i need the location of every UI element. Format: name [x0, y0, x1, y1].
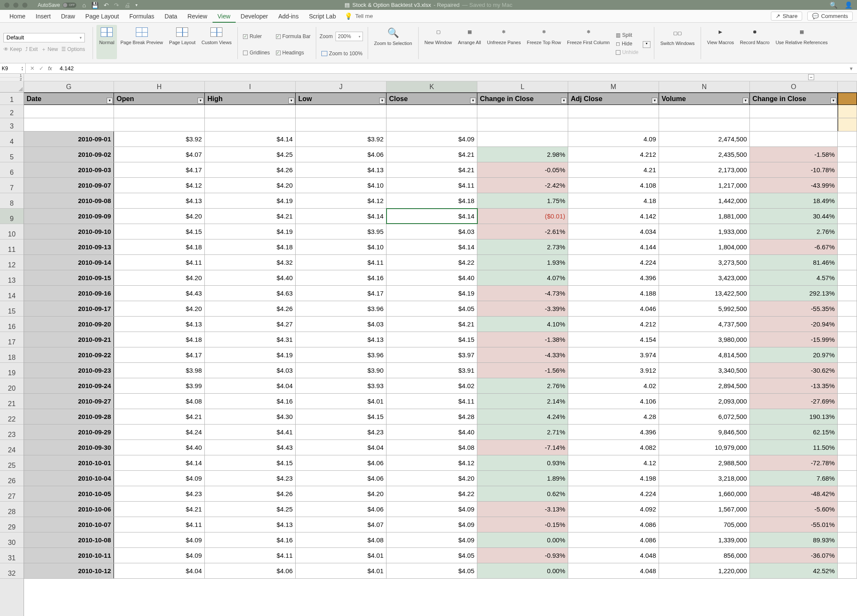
cell[interactable]: $4.08: [114, 394, 205, 409]
cell[interactable]: [838, 239, 857, 254]
cell[interactable]: -6.67%: [750, 239, 838, 254]
cell[interactable]: -4.73%: [477, 286, 568, 301]
redo-icon[interactable]: ↷: [114, 2, 119, 9]
cell[interactable]: $4.25: [205, 502, 296, 517]
cell[interactable]: 2,093,000: [659, 394, 750, 409]
cell[interactable]: 4.396: [568, 425, 659, 440]
cell[interactable]: $4.26: [205, 301, 296, 316]
keep-button[interactable]: 👁Keep: [3, 46, 22, 53]
cell[interactable]: $4.18: [205, 239, 296, 254]
cell[interactable]: [838, 378, 857, 393]
cell[interactable]: $4.12: [114, 178, 205, 193]
cell[interactable]: 4.188: [568, 286, 659, 301]
zoom-100-button[interactable]: Zoom to 100%: [320, 50, 364, 57]
search-icon[interactable]: 🔍: [830, 1, 838, 9]
cell[interactable]: 4.10%: [477, 317, 568, 332]
cell[interactable]: 89.93%: [750, 532, 838, 547]
cell[interactable]: $3.98: [114, 363, 205, 378]
cell[interactable]: 1,217,000: [659, 178, 750, 193]
freeze-top-row-button[interactable]: ❄Freeze Top Row: [524, 25, 563, 59]
cell[interactable]: -48.42%: [750, 486, 838, 501]
cell[interactable]: 20.97%: [750, 347, 838, 362]
col-header-I[interactable]: I: [205, 81, 296, 92]
cell[interactable]: -7.14%: [477, 440, 568, 455]
cell[interactable]: $4.05: [387, 301, 477, 316]
cell[interactable]: [387, 118, 477, 131]
cell[interactable]: [24, 105, 114, 118]
row-header-3[interactable]: 3: [0, 118, 24, 132]
cell[interactable]: $4.40: [387, 425, 477, 440]
cell[interactable]: $4.10: [296, 178, 387, 193]
cell[interactable]: $4.04: [114, 563, 205, 578]
cell[interactable]: $4.43: [114, 286, 205, 301]
cancel-icon[interactable]: ✕: [30, 65, 35, 72]
cell[interactable]: $4.28: [387, 409, 477, 424]
cell[interactable]: -20.94%: [750, 317, 838, 332]
cell[interactable]: 4.046: [568, 301, 659, 316]
enter-icon[interactable]: ✓: [39, 65, 44, 72]
cell[interactable]: $3.97: [387, 347, 477, 362]
cell[interactable]: $4.09: [114, 548, 205, 563]
window-menu-icon[interactable]: ▾: [643, 41, 650, 48]
page-break-preview-button[interactable]: Page Break Preview: [118, 25, 166, 59]
cell[interactable]: $4.16: [296, 270, 387, 285]
row-header-6[interactable]: 6: [0, 162, 24, 178]
cell[interactable]: 4.086: [568, 532, 659, 547]
cell[interactable]: [296, 105, 387, 118]
cell[interactable]: 81.46%: [750, 255, 838, 270]
cell[interactable]: 2,435,500: [659, 147, 750, 162]
cell[interactable]: 18.49%: [750, 193, 838, 208]
cell[interactable]: 0.93%: [477, 455, 568, 470]
cell[interactable]: 2.98%: [477, 147, 568, 162]
cell[interactable]: 4.048: [568, 548, 659, 563]
cell[interactable]: 2010-10-06: [24, 502, 114, 517]
cell[interactable]: 1,220,000: [659, 563, 750, 578]
cell[interactable]: $3.96: [296, 301, 387, 316]
cell[interactable]: -30.62%: [750, 363, 838, 378]
cell[interactable]: $4.40: [205, 270, 296, 285]
cell[interactable]: -1.58%: [750, 147, 838, 162]
cell[interactable]: $4.41: [205, 425, 296, 440]
cell[interactable]: $4.13: [114, 317, 205, 332]
cell[interactable]: $4.20: [387, 471, 477, 486]
cell[interactable]: $4.06: [296, 502, 387, 517]
cell[interactable]: [838, 147, 857, 162]
cell[interactable]: 2010-10-12: [24, 563, 114, 578]
cell[interactable]: $4.63: [205, 286, 296, 301]
cell[interactable]: 4.224: [568, 255, 659, 270]
cell[interactable]: -4.33%: [477, 347, 568, 362]
cell[interactable]: $3.93: [296, 378, 387, 393]
tab-formulas[interactable]: Formulas: [124, 10, 159, 23]
cell[interactable]: 2010-10-04: [24, 471, 114, 486]
cell[interactable]: $4.23: [296, 425, 387, 440]
cell[interactable]: $3.99: [114, 378, 205, 393]
cell[interactable]: -1.56%: [477, 363, 568, 378]
unfreeze-panes-button[interactable]: ❄Unfreeze Panes: [485, 25, 524, 59]
cell[interactable]: 2.73%: [477, 239, 568, 254]
cell[interactable]: $4.16: [205, 394, 296, 409]
cell[interactable]: 3.974: [568, 347, 659, 362]
table-header-volume[interactable]: Volume▾: [659, 93, 750, 105]
cell[interactable]: [477, 118, 568, 131]
cell[interactable]: $4.15: [387, 332, 477, 347]
cell[interactable]: 2,988,500: [659, 455, 750, 470]
cell[interactable]: 856,000: [659, 548, 750, 563]
cell[interactable]: -5.60%: [750, 502, 838, 517]
cell[interactable]: 9,846,500: [659, 425, 750, 440]
cell[interactable]: 4.048: [568, 563, 659, 578]
zoom-to-selection-button[interactable]: 🔍Zoom to Selection: [372, 26, 415, 60]
cell[interactable]: 4.18: [568, 193, 659, 208]
cell[interactable]: -72.78%: [750, 455, 838, 470]
cell[interactable]: 2010-09-27: [24, 394, 114, 409]
cell[interactable]: 2010-09-03: [24, 162, 114, 177]
cell[interactable]: $4.02: [387, 378, 477, 393]
cell[interactable]: 2.14%: [477, 394, 568, 409]
cell[interactable]: 4.082: [568, 440, 659, 455]
tab-data[interactable]: Data: [159, 10, 183, 23]
row-header-1[interactable]: 1: [0, 93, 24, 105]
cell[interactable]: 0.00%: [477, 532, 568, 547]
cell[interactable]: $4.06: [296, 471, 387, 486]
cell[interactable]: $4.21: [387, 147, 477, 162]
cell[interactable]: $4.26: [205, 486, 296, 501]
cell[interactable]: $4.13: [114, 193, 205, 208]
